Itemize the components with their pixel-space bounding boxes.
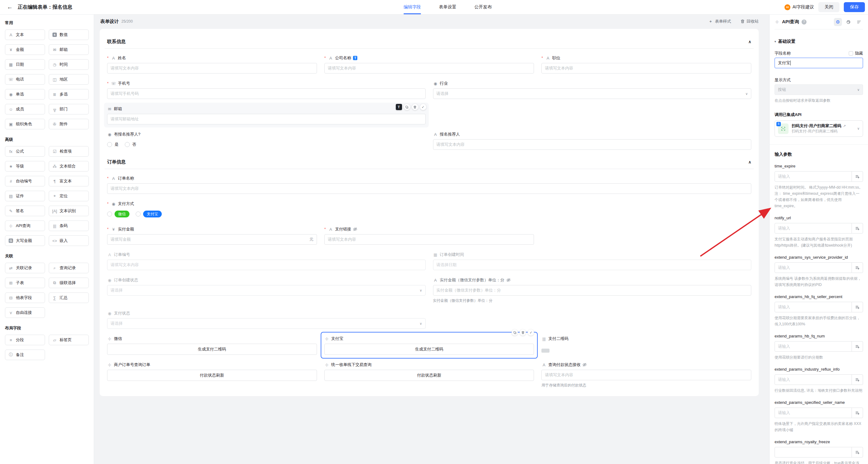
field-email[interactable]: 邮箱 请填写邮箱地址 xyxy=(107,106,426,124)
sidebar-item-date[interactable]: 日期 xyxy=(5,59,45,70)
pay-option-alipay[interactable]: 支付宝 xyxy=(136,210,162,218)
param-input[interactable] xyxy=(775,447,863,458)
tab-form-settings[interactable]: 表单设置 xyxy=(439,0,456,14)
sidebar-item-text[interactable]: 文本 xyxy=(5,30,45,40)
field-company[interactable]: *公司名称T 请填写文本内容 xyxy=(324,55,534,73)
field-has-referrer[interactable]: 有报名推荐人? 是 否 xyxy=(107,131,426,150)
param-input[interactable]: 请输入 xyxy=(775,262,863,273)
external-link-icon[interactable]: ↗ xyxy=(843,124,846,128)
param-input[interactable]: 请输入 xyxy=(775,223,863,234)
sidebar-item-member[interactable]: 成员 xyxy=(5,104,45,114)
refresh-status-button[interactable]: 付款状态刷新 xyxy=(324,370,534,381)
integrated-api-card[interactable]: 支 扫码支付-用户扫商家二维码↗ 扫码支付-用户扫商家二维码 ∨ xyxy=(775,120,863,137)
sidebar-item-single-select[interactable]: 单选 xyxy=(5,89,45,100)
back-icon[interactable]: ← xyxy=(7,4,13,10)
email-input[interactable]: 请填写邮箱地址 xyxy=(107,114,426,124)
sidebar-item-phone[interactable]: 电话 xyxy=(5,74,45,85)
form-style-button[interactable]: 表单样式 xyxy=(708,19,731,24)
sidebar-item-cascade-select[interactable]: 级联选择 xyxy=(49,277,89,288)
sidebar-item-free-connect[interactable]: 自由连接 xyxy=(5,307,45,318)
param-input[interactable]: 请输入 xyxy=(775,407,863,418)
sidebar-item-link-record[interactable]: 关联记录 xyxy=(5,263,45,273)
text-input[interactable]: 实付金额（微信支付参数）单位：分 xyxy=(433,285,752,296)
insert-field-icon[interactable] xyxy=(851,302,863,312)
field-position[interactable]: *职位 请填写文本内容 xyxy=(541,55,751,73)
sidebar-item-subtable[interactable]: 子表 xyxy=(5,277,45,288)
sidebar-item-location[interactable]: 定位 xyxy=(49,191,89,201)
sidebar-item-attachment[interactable]: 附件 xyxy=(49,119,89,129)
field-industry[interactable]: 行业 请选择∨ xyxy=(433,80,752,99)
insert-field-icon[interactable] xyxy=(851,223,863,233)
sidebar-item-formula[interactable]: 公式 xyxy=(5,146,45,157)
param-input[interactable]: 请输入 xyxy=(775,171,863,182)
field-name[interactable]: *姓名 请填写文本内容 xyxy=(107,55,317,73)
copy-icon[interactable] xyxy=(512,329,518,336)
field-unified-query[interactable]: 统一收单线下交易查询 付款状态刷新 xyxy=(324,362,534,388)
field-alipay-api-block-selected[interactable]: ✓ 支付宝 生成支付二维码 xyxy=(321,332,538,359)
help-icon[interactable]: ? xyxy=(802,20,807,25)
insert-field-icon[interactable] xyxy=(851,341,863,352)
recycle-bin-button[interactable]: 回收站 xyxy=(740,19,759,24)
sidebar-item-check-item[interactable]: 检查项 xyxy=(49,146,89,157)
radio-option-no[interactable]: 否 xyxy=(125,142,136,147)
date-input[interactable]: 请选择日期 xyxy=(433,260,752,270)
collapse-icon[interactable]: ∧ xyxy=(748,39,751,44)
trash-icon[interactable] xyxy=(520,329,526,336)
tab-publish[interactable]: 公开发布 xyxy=(474,0,492,14)
sidebar-item-uppercase-amount[interactable]: 大写金额 xyxy=(5,235,45,246)
sidebar-item-multi-select[interactable]: 多选 xyxy=(49,89,89,100)
insert-field-icon[interactable] xyxy=(851,375,863,385)
radio-option-yes[interactable]: 是 xyxy=(107,142,119,147)
sidebar-item-barcode[interactable]: 条码 xyxy=(49,221,89,231)
sidebar-item-api-query[interactable]: API查询 xyxy=(5,221,45,231)
field-paid-amount[interactable]: *实付金额 请填写金额元 xyxy=(107,226,317,245)
sidebar-item-other-table-field[interactable]: 他表字段 xyxy=(5,293,45,303)
sidebar-item-region[interactable]: 地区 xyxy=(49,74,89,85)
text-input[interactable]: 请填写文本内容 xyxy=(107,260,426,270)
field-mobile[interactable]: *手机号 请填写手机号码 xyxy=(107,80,426,99)
select-input[interactable]: 请选择∨ xyxy=(107,318,426,329)
sidebar-item-rich-text[interactable]: 富文本 xyxy=(49,176,89,187)
tab-edit-fields[interactable]: 编辑字段 xyxy=(404,0,421,14)
palette-icon[interactable] xyxy=(844,18,852,26)
field-pay-method[interactable]: *支付方式 微信 支付宝 xyxy=(107,201,751,219)
sidebar-item-email[interactable]: 邮箱 xyxy=(49,44,89,55)
sidebar-item-text-combo[interactable]: 文本组合 xyxy=(49,161,89,171)
collapse-icon[interactable]: ∧ xyxy=(748,160,751,164)
ai-suggest-button[interactable]: AI AI字段建议 xyxy=(784,4,814,10)
sidebar-item-time[interactable]: 时间 xyxy=(49,59,89,70)
refresh-status-button[interactable]: 付款状态刷新 xyxy=(107,370,317,381)
text-input[interactable]: 请填写文本内容 xyxy=(433,139,752,150)
field-wx-amount[interactable]: 实付金额（微信支付参数）单位：分 实付金额（微信支付参数）单位：分 实付金额（微… xyxy=(433,277,752,303)
sidebar-item-ocr[interactable]: 文本识别 xyxy=(49,206,89,216)
text-input[interactable]: 请填写文本内容 xyxy=(541,370,751,380)
sidebar-item-department[interactable]: 部门 xyxy=(49,104,89,114)
gear-icon[interactable]: ⚙ xyxy=(834,18,842,26)
sidebar-item-section[interactable]: 分段 xyxy=(5,335,45,345)
amount-input[interactable]: 请填写金额元 xyxy=(107,234,317,245)
field-wechat-api-block[interactable]: 微信 生成支付二维码 xyxy=(107,336,317,355)
field-order-status[interactable]: 订单创建状态 请选择∨ xyxy=(107,277,426,303)
pay-option-wechat[interactable]: 微信 xyxy=(107,210,129,218)
field-pay-qr-code[interactable]: 支付二维码 xyxy=(541,336,751,355)
param-input[interactable]: 请输入 xyxy=(775,374,863,385)
sidebar-item-number[interactable]: 数值 xyxy=(49,30,89,40)
field-query-receive[interactable]: 查询付款状态接收 请填写文本内容 用于存储查询后的付款状态 xyxy=(541,362,751,388)
field-pay-status[interactable]: 支付状态 请选择∨ xyxy=(107,310,426,329)
insert-field-icon[interactable] xyxy=(851,447,863,457)
insert-field-icon[interactable] xyxy=(851,408,863,418)
sidebar-item-currency[interactable]: 金额 xyxy=(5,44,45,55)
select-input[interactable]: 请选择∨ xyxy=(107,285,426,296)
field-name-input[interactable]: 支付宝 xyxy=(775,58,863,68)
close-button[interactable]: 关闭 xyxy=(818,2,839,12)
lines-icon[interactable] xyxy=(855,18,863,26)
generate-qr-button[interactable]: 生成支付二维码 xyxy=(324,344,534,355)
display-mode-select[interactable]: 按钮 ∨ xyxy=(775,85,863,95)
field-order-no[interactable]: 订单编号 请填写文本内容 xyxy=(107,252,426,270)
text-input[interactable]: 请填写文本内容 xyxy=(541,63,751,73)
hide-checkbox[interactable] xyxy=(849,51,853,56)
param-input[interactable]: 请输入 xyxy=(775,341,863,352)
basic-settings-section[interactable]: ▾ 基础设置 xyxy=(775,39,863,44)
insert-field-icon[interactable] xyxy=(851,263,863,273)
sidebar-item-embed[interactable]: 嵌入 xyxy=(49,235,89,246)
